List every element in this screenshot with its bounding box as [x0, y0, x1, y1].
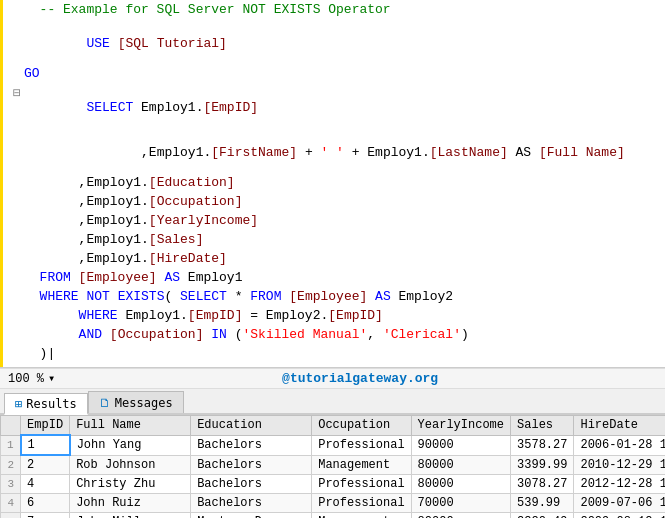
cell-hiredate: 2012-12-28 19:04:22.380: [574, 475, 665, 494]
code-line-7: ,Employ1.[Occupation]: [4, 194, 665, 213]
header-education: Education: [191, 416, 312, 436]
code-line-10: ,Employ1.[HireDate]: [4, 251, 665, 270]
messages-icon: 🗋: [99, 396, 111, 410]
cell-hiredate: 2009-07-06 12:05:14.237: [574, 494, 665, 513]
cell-education: Masters Degree: [191, 513, 312, 519]
code-line-13: WHERE Employ1.[EmpID] = Employ2.[EmpID]: [4, 308, 665, 327]
code-content-13: WHERE Employ1.[EmpID] = Employ2.[EmpID]: [24, 308, 383, 323]
code-line-1: -- Example for SQL Server NOT EXISTS Ope…: [4, 2, 665, 21]
main-container: -- Example for SQL Server NOT EXISTS Ope…: [0, 0, 665, 518]
cell-empid: 6: [21, 494, 70, 513]
cell-sales: 2320.49: [511, 513, 574, 519]
cell-hiredate: 2006-01-28 13:10:02.047: [574, 435, 665, 455]
cell-yearlyincome: 80000: [411, 475, 510, 494]
code-content-8: ,Employ1.[YearlyIncome]: [24, 213, 258, 228]
cell-fullname: Rob Johnson: [70, 455, 191, 475]
table-body: 11John YangBachelorsProfessional90000357…: [1, 435, 666, 518]
cell-rownum: 1: [1, 435, 21, 455]
header-fullname: Full Name: [70, 416, 191, 436]
cell-yearlyincome: 80000: [411, 455, 510, 475]
cell-rownum: 4: [1, 494, 21, 513]
code-line-9: ,Employ1.[Sales]: [4, 232, 665, 251]
cell-hiredate: 2010-12-29 15:10:02.407: [574, 455, 665, 475]
header-hiredate: HireDate: [574, 416, 665, 436]
cell-education: Bachelors: [191, 435, 312, 455]
cell-education: Bachelors: [191, 475, 312, 494]
cell-sales: 539.99: [511, 494, 574, 513]
cell-yearlyincome: 70000: [411, 494, 510, 513]
cell-fullname: Christy Zhu: [70, 475, 191, 494]
header-occupation: Occupation: [312, 416, 411, 436]
cell-fullname: John Yang: [70, 435, 191, 455]
cell-hiredate: 2009-08-12 15:13:14.113: [574, 513, 665, 519]
code-line-6: ,Employ1.[Education]: [4, 175, 665, 194]
cell-empid: 4: [21, 475, 70, 494]
code-line-2: USE [SQL Tutorial]: [4, 21, 665, 66]
code-content-11: FROM [Employee] AS Employ1: [24, 270, 242, 285]
cell-occupation: Professional: [312, 494, 411, 513]
cell-sales: 3399.99: [511, 455, 574, 475]
cell-yearlyincome: 90000: [411, 435, 510, 455]
website-credit: @tutorialgateway.org: [63, 371, 657, 386]
table-row: 46John RuizBachelorsProfessional70000539…: [1, 494, 666, 513]
cell-education: Bachelors: [191, 455, 312, 475]
code-line-14: AND [Occupation] IN ('Skilled Manual', '…: [4, 327, 665, 346]
header-empid: EmpID: [21, 416, 70, 436]
cell-rownum: 2: [1, 455, 21, 475]
header-yearlyincome: YearlyIncome: [411, 416, 510, 436]
status-bar: 100 % ▾ @tutorialgateway.org: [0, 368, 665, 389]
table-row: 11John YangBachelorsProfessional90000357…: [1, 435, 666, 455]
cell-fullname: John Miller: [70, 513, 191, 519]
code-content-1: -- Example for SQL Server NOT EXISTS Ope…: [24, 2, 391, 17]
header-sales: Sales: [511, 416, 574, 436]
code-content-7: ,Employ1.[Occupation]: [24, 194, 242, 209]
table-row: 22Rob JohnsonBachelorsManagement80000339…: [1, 455, 666, 475]
code-line-4: ⊟ SELECT Employ1.[EmpID]: [4, 85, 665, 130]
table-row: 57John MillerMasters DegreeManagement800…: [1, 513, 666, 519]
header-rownum: [1, 416, 21, 436]
code-content-6: ,Employ1.[Education]: [24, 175, 235, 190]
cell-empid: 1: [21, 435, 70, 455]
results-table: EmpID Full Name Education Occupation Yea…: [0, 415, 665, 518]
cell-empid: 2: [21, 455, 70, 475]
cell-occupation: Professional: [312, 435, 411, 455]
cell-empid: 7: [21, 513, 70, 519]
cell-occupation: Management: [312, 455, 411, 475]
cell-sales: 3078.27: [511, 475, 574, 494]
cell-occupation: Professional: [312, 475, 411, 494]
code-content-10: ,Employ1.[HireDate]: [24, 251, 227, 266]
results-grid-icon: ⊞: [15, 397, 22, 411]
code-content-3: GO: [24, 66, 40, 81]
cell-rownum: 5: [1, 513, 21, 519]
tab-results[interactable]: ⊞ Results: [4, 393, 88, 415]
zoom-label: 100 %: [8, 372, 44, 386]
cell-occupation: Management: [312, 513, 411, 519]
code-content-9: ,Employ1.[Sales]: [24, 232, 203, 247]
tabs-bar: ⊞ Results 🗋 Messages: [0, 389, 665, 415]
code-content-12: WHERE NOT EXISTS( SELECT * FROM [Employe…: [24, 289, 453, 304]
code-line-12: WHERE NOT EXISTS( SELECT * FROM [Employe…: [4, 289, 665, 308]
yellow-indicator: [0, 0, 3, 367]
code-line-8: ,Employ1.[YearlyIncome]: [4, 213, 665, 232]
code-line-5: ,Employ1.[FirstName] + ' ' + Employ1.[La…: [4, 130, 665, 175]
cell-rownum: 3: [1, 475, 21, 494]
results-container[interactable]: EmpID Full Name Education Occupation Yea…: [0, 415, 665, 518]
tab-messages[interactable]: 🗋 Messages: [88, 391, 184, 413]
cell-sales: 3578.27: [511, 435, 574, 455]
code-content-14: AND [Occupation] IN ('Skilled Manual', '…: [24, 327, 469, 342]
code-line-3: GO: [4, 66, 665, 85]
table-row: 34Christy ZhuBachelorsProfessional800003…: [1, 475, 666, 494]
code-content-2: USE [SQL Tutorial]: [24, 21, 227, 66]
code-content-4: SELECT Employ1.[EmpID]: [24, 85, 258, 130]
line-gutter-4-minus: ⊟: [10, 85, 24, 101]
cell-education: Bachelors: [191, 494, 312, 513]
cell-yearlyincome: 80000: [411, 513, 510, 519]
code-content-5: ,Employ1.[FirstName] + ' ' + Employ1.[La…: [24, 130, 625, 175]
code-line-15: )|: [4, 346, 665, 365]
table-header-row: EmpID Full Name Education Occupation Yea…: [1, 416, 666, 436]
zoom-dropdown-arrow[interactable]: ▾: [48, 371, 55, 386]
cell-fullname: John Ruiz: [70, 494, 191, 513]
code-content-15: )|: [24, 346, 55, 361]
tab-results-label: Results: [26, 397, 77, 411]
code-editor: -- Example for SQL Server NOT EXISTS Ope…: [0, 0, 665, 368]
